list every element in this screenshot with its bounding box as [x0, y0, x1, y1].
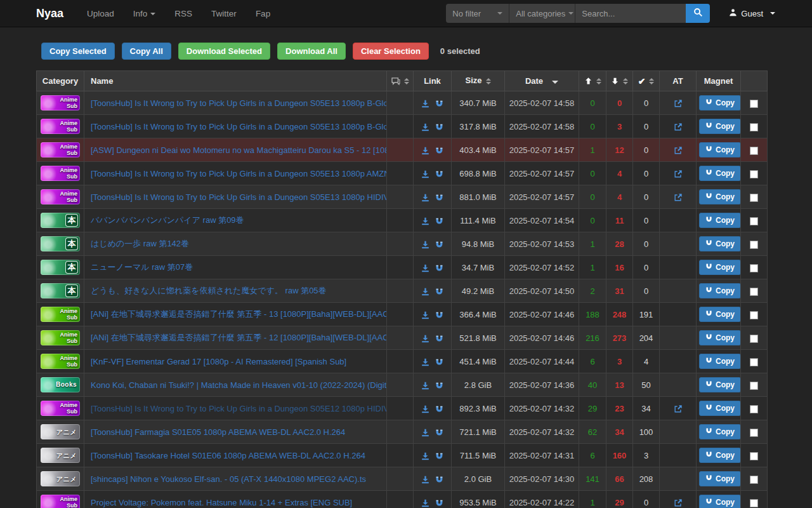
torrent-name-link[interactable]: [ASW] Dungeon ni Deai wo Motomeru no wa … — [91, 145, 387, 155]
external-link-icon[interactable] — [674, 123, 683, 131]
download-torrent-icon[interactable] — [421, 476, 429, 484]
category-badge[interactable]: AnimeSub — [41, 401, 80, 416]
category-badge[interactable]: AnimeSub — [41, 189, 80, 204]
header-leechers-sort[interactable] — [606, 71, 633, 91]
torrent-name-link[interactable]: [ToonsHub] Tasokare Hotel S01E06 1080p A… — [91, 451, 365, 460]
download-torrent-icon[interactable] — [421, 499, 429, 507]
external-link-icon[interactable] — [674, 193, 683, 202]
external-link-icon[interactable] — [674, 170, 683, 178]
magnet-link-icon[interactable] — [435, 100, 443, 108]
filter-dropdown[interactable]: No filter — [446, 4, 509, 23]
copy-magnet-button[interactable]: Copy — [699, 260, 741, 275]
row-checkbox[interactable] — [750, 382, 758, 390]
torrent-name-link[interactable]: [ToonsHub] Is It Wrong to Try to Pick Up… — [91, 122, 387, 131]
magnet-link-icon[interactable] — [435, 405, 443, 413]
row-checkbox[interactable] — [750, 147, 758, 155]
torrent-name-link[interactable]: Kono Koi, Chaban ni Tsuki!? | Matcha Mad… — [91, 380, 387, 390]
category-badge[interactable]: 本 — [41, 236, 80, 251]
header-seeders-sort[interactable] — [579, 71, 606, 91]
torrent-name-link[interactable]: [ToonsHub] Is It Wrong to Try to Pick Up… — [91, 404, 387, 413]
torrent-name-link[interactable]: [ANi] 在地下城尋求邂逅是否搞錯了什麼 第五季 - 12 [1080P][B… — [91, 333, 387, 342]
download-torrent-icon[interactable] — [421, 100, 429, 108]
download-torrent-icon[interactable] — [421, 123, 429, 131]
copy-magnet-button[interactable]: Copy — [699, 142, 741, 157]
row-checkbox[interactable] — [750, 288, 758, 296]
torrent-name-link[interactable]: ババンババンバンバンパイア raw 第09巻 — [91, 215, 244, 225]
magnet-link-icon[interactable] — [435, 429, 443, 437]
category-badge[interactable]: アニメ — [41, 448, 80, 463]
row-checkbox[interactable] — [750, 100, 758, 108]
category-badge[interactable]: アニメ — [41, 471, 80, 486]
brand-logo[interactable]: Nyaa — [36, 7, 63, 20]
download-torrent-icon[interactable] — [421, 452, 429, 460]
magnet-link-icon[interactable] — [435, 217, 443, 225]
copy-magnet-button[interactable]: Copy — [699, 166, 741, 181]
copy-magnet-button[interactable]: Copy — [699, 95, 741, 110]
copy-magnet-button[interactable]: Copy — [699, 448, 741, 463]
copy-magnet-button[interactable]: Copy — [699, 213, 741, 228]
row-checkbox[interactable] — [750, 429, 758, 437]
copy-magnet-button[interactable]: Copy — [699, 330, 741, 345]
torrent-name-link[interactable]: [ToonsHub] Farmagia S01E05 1080p ABEMA W… — [91, 427, 345, 437]
download-torrent-icon[interactable] — [421, 194, 429, 202]
row-checkbox[interactable] — [750, 241, 758, 249]
external-link-icon[interactable] — [674, 99, 683, 108]
category-badge[interactable]: AnimeSub — [41, 119, 80, 134]
copy-magnet-button[interactable]: Copy — [699, 495, 741, 508]
nav-item-twitter[interactable]: Twitter — [202, 0, 246, 27]
copy-magnet-button[interactable]: Copy — [699, 236, 741, 251]
magnet-link-icon[interactable] — [435, 147, 443, 155]
row-checkbox[interactable] — [750, 358, 758, 366]
download-torrent-icon[interactable] — [421, 217, 429, 225]
copy-all-button[interactable]: Copy All — [122, 43, 171, 60]
row-checkbox[interactable] — [750, 194, 758, 202]
search-input[interactable] — [575, 4, 686, 23]
category-badge[interactable]: Books — [41, 377, 80, 392]
row-checkbox[interactable] — [750, 170, 758, 178]
torrent-name-link[interactable]: Project Voltage: Pokemon feat. Hatsune M… — [91, 498, 352, 507]
row-checkbox[interactable] — [750, 264, 758, 272]
torrent-name-link[interactable]: はじめの一歩 raw 第142巻 — [91, 239, 189, 248]
category-badge[interactable]: AnimeSub — [41, 330, 80, 345]
magnet-link-icon[interactable] — [435, 241, 443, 249]
copy-selected-button[interactable]: Copy Selected — [41, 43, 115, 60]
external-link-icon[interactable] — [674, 498, 683, 507]
copy-magnet-button[interactable]: Copy — [699, 307, 741, 322]
download-torrent-icon[interactable] — [421, 358, 429, 366]
magnet-link-icon[interactable] — [435, 335, 443, 343]
torrent-name-link[interactable]: ニューノーマル raw 第07巻 — [91, 262, 193, 272]
row-checkbox[interactable] — [750, 335, 758, 343]
download-torrent-icon[interactable] — [421, 405, 429, 413]
category-badge[interactable]: AnimeSub — [41, 142, 80, 157]
row-checkbox[interactable] — [750, 311, 758, 319]
download-torrent-icon[interactable] — [421, 429, 429, 437]
category-badge[interactable]: 本 — [41, 283, 80, 298]
header-size-sort[interactable]: Size — [452, 71, 505, 91]
torrent-name-link[interactable]: [ANi] 在地下城尋求邂逅是否搞錯了什麼 第五季 - 13 [1080P][B… — [91, 309, 387, 319]
copy-magnet-button[interactable]: Copy — [699, 471, 741, 486]
nav-item-fap[interactable]: Fap — [246, 0, 280, 27]
magnet-link-icon[interactable] — [435, 358, 443, 366]
category-dropdown[interactable]: All categories — [509, 4, 575, 23]
magnet-link-icon[interactable] — [435, 476, 443, 484]
download-torrent-icon[interactable] — [421, 335, 429, 343]
category-badge[interactable]: AnimeSub — [41, 166, 80, 181]
copy-magnet-button[interactable]: Copy — [699, 189, 741, 204]
row-checkbox[interactable] — [750, 499, 758, 507]
torrent-name-link[interactable]: どうも、好きな人に惚れ薬を依頼された魔女です。 raw 第05巻 — [91, 286, 327, 295]
magnet-link-icon[interactable] — [435, 382, 443, 390]
category-badge[interactable]: AnimeSub — [41, 495, 80, 508]
header-completed-sort[interactable]: ✔ — [633, 71, 660, 91]
download-all-button[interactable]: Download All — [277, 43, 346, 60]
search-button[interactable] — [686, 4, 710, 23]
row-checkbox[interactable] — [750, 476, 758, 484]
nav-item-upload[interactable]: Upload — [77, 0, 124, 27]
header-date-sort[interactable]: Date — [505, 71, 579, 91]
magnet-link-icon[interactable] — [435, 194, 443, 202]
category-badge[interactable]: 本 — [41, 213, 80, 228]
nav-item-rss[interactable]: RSS — [165, 0, 202, 27]
category-badge[interactable]: アニメ — [41, 424, 80, 439]
magnet-link-icon[interactable] — [435, 499, 443, 507]
download-torrent-icon[interactable] — [421, 288, 429, 296]
copy-magnet-button[interactable]: Copy — [699, 401, 741, 416]
